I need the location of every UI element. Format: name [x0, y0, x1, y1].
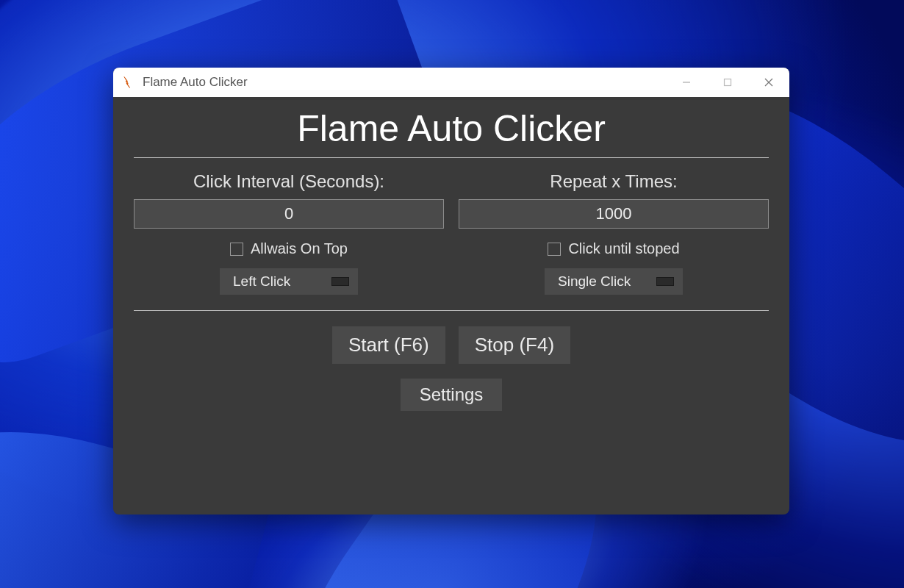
- right-column: Repeat x Times: Click until stoped Singl…: [459, 171, 769, 295]
- app-icon: [122, 76, 135, 89]
- click-button-dropdown[interactable]: Left Click: [219, 268, 359, 295]
- start-button[interactable]: Start (F6): [331, 326, 446, 365]
- close-button[interactable]: [748, 68, 789, 97]
- interval-input[interactable]: [134, 199, 444, 229]
- dropdown-knob-icon: [331, 277, 349, 286]
- always-on-top-checkbox[interactable]: [230, 243, 243, 256]
- minimize-button[interactable]: [666, 68, 707, 97]
- divider-top: [134, 157, 769, 158]
- app-heading: Flame Auto Clicker: [134, 107, 769, 150]
- click-type-value: Single Click: [558, 273, 631, 290]
- titlebar[interactable]: Flame Auto Clicker: [113, 68, 789, 97]
- window-title: Flame Auto Clicker: [143, 75, 248, 90]
- left-column: Click Interval (Seconds): Allwais On Top…: [134, 171, 444, 295]
- click-button-value: Left Click: [233, 273, 290, 290]
- interval-label: Click Interval (Seconds):: [193, 171, 384, 192]
- repeat-input[interactable]: [459, 199, 769, 229]
- app-window: Flame Auto Clicker Flame Auto Clicker Cl…: [113, 68, 789, 514]
- always-on-top-label: Allwais On Top: [251, 240, 348, 257]
- dropdown-knob-icon: [656, 277, 674, 286]
- repeat-label: Repeat x Times:: [550, 171, 677, 192]
- app-body: Flame Auto Clicker Click Interval (Secon…: [113, 97, 789, 426]
- svg-rect-1: [725, 79, 731, 86]
- click-until-stopped-checkbox[interactable]: [548, 243, 561, 256]
- desktop-wallpaper: Flame Auto Clicker Flame Auto Clicker Cl…: [0, 0, 904, 588]
- click-until-stopped-label: Click until stoped: [568, 240, 679, 257]
- settings-button[interactable]: Settings: [400, 378, 503, 412]
- click-type-dropdown[interactable]: Single Click: [544, 268, 684, 295]
- divider-bottom: [134, 310, 769, 311]
- maximize-button[interactable]: [707, 68, 748, 97]
- stop-button[interactable]: Stop (F4): [458, 326, 571, 365]
